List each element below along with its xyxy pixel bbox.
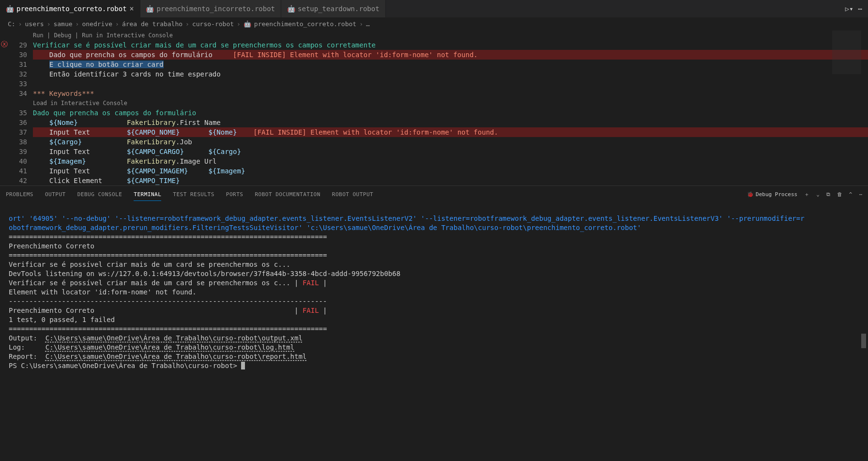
breadcrumb-segment[interactable]: …	[366, 20, 370, 28]
codelens-keyword[interactable]: Load in Interactive Console	[33, 98, 868, 108]
code-content[interactable]: Run | Debug | Run in Interactive Console…	[33, 31, 868, 185]
chevron-down-icon[interactable]: ⌄	[816, 191, 820, 198]
log-html-link[interactable]: C:\Users\samue\OneDrive\Área de Trabalho…	[46, 343, 294, 351]
tab-preenchimento-incorreto[interactable]: 🤖 preenchimento_incorreto.robot	[140, 0, 281, 17]
editor-tabs: 🤖 preenchimento_correto.robot × 🤖 preenc…	[0, 0, 868, 17]
tab-robot-documentation[interactable]: ROBOT DOCUMENTATION	[255, 191, 320, 198]
code-editor[interactable]: ⓧ 29 30 31 32 33 34 35 36 37 38 39 40 41…	[0, 31, 868, 185]
breadcrumb-segment[interactable]: preenchimento_correto.robot	[254, 20, 356, 28]
robot-file-icon: 🤖	[6, 5, 14, 13]
close-icon[interactable]: ×	[130, 4, 134, 13]
tab-robot-output[interactable]: ROBOT OUTPUT	[332, 191, 373, 198]
bottom-panel: PROBLEMS OUTPUT DEBUG CONSOLE TERMINAL T…	[0, 185, 868, 408]
debug-process-label[interactable]: 🐞Debug Process	[747, 191, 797, 198]
terminal-output[interactable]: ort' '64905' '--no-debug' '--listener=ro…	[0, 203, 868, 408]
tab-output[interactable]: OUTPUT	[45, 191, 66, 198]
breadcrumb-segment[interactable]: samue	[53, 20, 72, 28]
tab-setup-teardown[interactable]: 🤖 setup_teardown.robot	[281, 0, 386, 17]
tab-preenchimento-correto[interactable]: 🤖 preenchimento_correto.robot ×	[0, 0, 140, 17]
codelens-test[interactable]: Run | Debug | Run in Interactive Console	[33, 31, 868, 40]
tab-problems[interactable]: PROBLEMS	[6, 191, 33, 198]
tab-label: preenchimento_incorreto.robot	[157, 5, 275, 13]
panel-tabs: PROBLEMS OUTPUT DEBUG CONSOLE TERMINAL T…	[0, 186, 868, 203]
error-glyph-icon[interactable]: ⓧ	[1, 40, 8, 49]
breadcrumb-segment[interactable]: área de trabalho	[122, 20, 183, 28]
report-html-link[interactable]: C:\Users\samue\OneDrive\Área de Trabalho…	[46, 353, 306, 360]
svg-rect-0	[832, 31, 861, 74]
line-number-gutter: 29 30 31 32 33 34 35 36 37 38 39 40 41 4…	[10, 31, 33, 185]
output-xml-link[interactable]: C:\Users\samue\OneDrive\Área de Trabalho…	[46, 334, 303, 342]
more-icon[interactable]: ⋯	[859, 191, 862, 198]
robot-file-icon: 🤖	[244, 20, 251, 28]
tab-label: preenchimento_correto.robot	[16, 5, 127, 13]
breadcrumb-segment[interactable]: users	[25, 20, 44, 28]
breadcrumb-segment[interactable]: C:	[8, 20, 15, 28]
debug-icon: 🐞	[747, 191, 754, 198]
more-icon[interactable]: ⋯	[858, 5, 862, 13]
tab-debug-console[interactable]: DEBUG CONSOLE	[77, 191, 122, 198]
robot-file-icon: 🤖	[146, 5, 154, 13]
new-terminal-icon[interactable]: ＋	[804, 191, 809, 198]
tab-terminal[interactable]: TERMINAL	[134, 191, 161, 201]
robot-file-icon: 🤖	[287, 5, 295, 13]
tab-ports[interactable]: PORTS	[226, 191, 244, 198]
kill-terminal-icon[interactable]: 🗑	[837, 191, 842, 198]
split-terminal-icon[interactable]: ⧉	[826, 191, 830, 198]
minimap[interactable]	[832, 31, 861, 185]
breadcrumb-segment[interactable]: onedrive	[82, 20, 112, 28]
terminal-cursor	[241, 362, 245, 369]
breadcrumb-segment[interactable]: curso-robot	[192, 20, 234, 28]
editor-actions: ▷▾ ⋯	[845, 0, 868, 17]
tab-test-results[interactable]: TEST RESULTS	[173, 191, 214, 198]
maximize-panel-icon[interactable]: ^	[849, 191, 853, 198]
breadcrumb[interactable]: C:› users› samue› onedrive› área de trab…	[0, 17, 868, 31]
terminal-scrollbar-thumb[interactable]	[861, 334, 866, 348]
run-icon[interactable]: ▷▾	[845, 5, 853, 13]
tab-label: setup_teardown.robot	[298, 5, 380, 13]
